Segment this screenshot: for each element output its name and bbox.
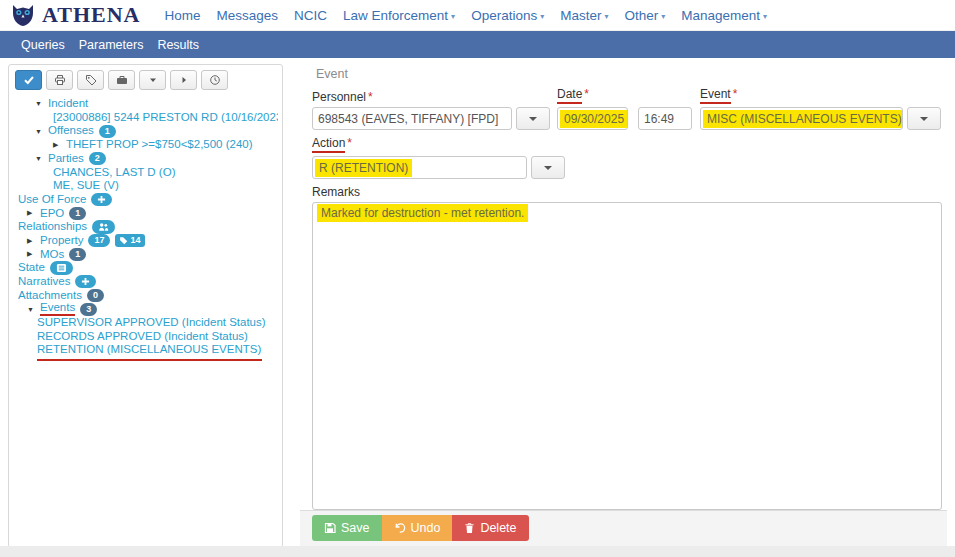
chevron-down-icon[interactable]: ▼ [35, 155, 48, 162]
personnel-input[interactable]: 698543 (EAVES, TIFFANY) [FPD] [312, 107, 512, 130]
tree-item-label: THEFT PROP >=$750<$2,500 (240) [66, 139, 253, 151]
nav-item-law-enforcement[interactable]: Law Enforcement▾ [335, 8, 463, 23]
tree-item-attachments[interactable]: Attachments0 [13, 289, 278, 303]
badge-users-icon [92, 220, 115, 234]
toolbar-button-briefcase-icon[interactable] [108, 70, 135, 90]
tree-item-property[interactable]: ▶Property1714 [13, 234, 278, 248]
tree-item-narratives[interactable]: Narratives [13, 275, 278, 289]
toolbar-button-caret-down-icon[interactable] [139, 70, 166, 90]
nav-item-other[interactable]: Other▾ [616, 8, 673, 23]
tree-item-label: State [18, 262, 45, 274]
event-value: MISC (MISCELLANEOUS EVENTS) [703, 110, 903, 128]
event-input[interactable]: MISC (MISCELLANEOUS EVENTS) [700, 107, 903, 130]
delete-button[interactable]: Delete [452, 515, 528, 541]
briefcase-icon [116, 74, 128, 86]
action-input[interactable]: R (RETENTION) [312, 156, 527, 179]
check-icon [23, 74, 35, 86]
tree-item-label: ME, SUE (V) [53, 180, 119, 192]
tree-item-supervisor-approved-incident-s[interactable]: SUPERVISOR APPROVED (Incident Status) [13, 316, 278, 330]
tree-item-chances-last-d-o-[interactable]: CHANCES, LAST D (O) [13, 165, 278, 179]
tree-item-label: Incident [48, 98, 88, 110]
toolbar-button-caret-right-icon[interactable] [170, 70, 197, 90]
tree-item-offenses[interactable]: ▼Offenses1 [13, 124, 278, 138]
required-asterisk: * [733, 87, 738, 101]
nav-item-management[interactable]: Management▾ [673, 8, 775, 23]
tree-item-events[interactable]: ▼Events3 [13, 302, 278, 316]
action-value: R (RETENTION) [315, 159, 412, 177]
toolbar-button-check-icon[interactable] [15, 70, 42, 90]
action-label: Action* [312, 136, 565, 153]
subnav-item-results[interactable]: Results [157, 38, 199, 52]
tree-item-label: Attachments [18, 290, 82, 302]
remarks-textarea[interactable]: Marked for destruction - met retention. [312, 202, 942, 510]
event-form: Event Personnel* 698543 (EAVES, TIFFANY)… [300, 64, 947, 546]
save-icon [324, 522, 336, 534]
toolbar-button-print-icon[interactable] [46, 70, 73, 90]
tree-item-theft-prop-750-2-500-240-[interactable]: ▶THEFT PROP >=$750<$2,500 (240) [13, 138, 278, 152]
secondary-navigation: QueriesParametersResults [0, 31, 955, 58]
chevron-right-icon[interactable]: ▶ [53, 141, 66, 149]
subnav-item-queries[interactable]: Queries [21, 38, 65, 52]
badge-list-icon [50, 261, 73, 275]
incident-tree: ▼Incident[23000886] 5244 PRESTON RD (10/… [9, 94, 282, 361]
nav-item-home[interactable]: Home [157, 8, 209, 23]
toolbar-button-history-icon[interactable] [201, 70, 228, 90]
tree-item-incident[interactable]: ▼Incident [13, 97, 278, 111]
delete-icon [464, 522, 475, 534]
nav-item-operations[interactable]: Operations▾ [463, 8, 552, 23]
required-asterisk: * [347, 136, 352, 150]
app-header: ATHENA HomeMessagesNCICLaw Enforcement▾O… [0, 0, 955, 31]
form-row-top: Personnel* 698543 (EAVES, TIFFANY) [FPD]… [312, 87, 947, 130]
tree-item-label: Use Of Force [18, 194, 86, 206]
tree-item-label: RECORDS APPROVED (Incident Status) [37, 331, 248, 343]
tree-item--23000886-5244-preston-rd-10-1[interactable]: [23000886] 5244 PRESTON RD (10/16/2023 1… [13, 111, 278, 125]
nav-item-messages[interactable]: Messages [209, 8, 287, 23]
tree-item-state[interactable]: State [13, 261, 278, 275]
count-badge: 3 [80, 303, 97, 316]
required-asterisk: * [368, 90, 373, 104]
badge-plus-icon [75, 275, 96, 288]
nav-item-master[interactable]: Master▾ [552, 8, 616, 23]
tree-item-records-approved-incident-stat[interactable]: RECORDS APPROVED (Incident Status) [13, 330, 278, 344]
tree-item-parties[interactable]: ▼Parties2 [13, 152, 278, 166]
caret-down-icon [529, 117, 537, 121]
top-navigation: HomeMessagesNCICLaw Enforcement▾Operatio… [157, 8, 776, 23]
count-badge: 17 [88, 234, 110, 247]
action-dropdown-button[interactable] [531, 156, 565, 179]
form-row-action: Action* R (RETENTION) [312, 136, 947, 179]
chevron-right-icon[interactable]: ▶ [27, 209, 40, 217]
save-button[interactable]: Save [312, 515, 382, 541]
chevron-down-icon: ▾ [540, 12, 544, 21]
tree-item-relationships[interactable]: Relationships [13, 220, 278, 234]
remarks-value: Marked for destruction - met retention. [317, 204, 528, 222]
date-value: 09/30/2025 [560, 110, 628, 128]
chevron-down-icon[interactable]: ▼ [27, 306, 40, 313]
personnel-dropdown-button[interactable] [516, 107, 550, 130]
annotation-red-underline [37, 359, 262, 361]
tag-white-icon [119, 236, 128, 245]
tree-item-me-sue-v-[interactable]: ME, SUE (V) [13, 179, 278, 193]
tree-item-mos[interactable]: ▶MOs1 [13, 248, 278, 262]
tree-item-label: Relationships [18, 221, 87, 233]
page-bottom-strip [0, 546, 955, 557]
nav-item-ncic[interactable]: NCIC [286, 8, 335, 23]
chevron-down-icon[interactable]: ▼ [35, 100, 48, 107]
subnav-item-parameters[interactable]: Parameters [79, 38, 144, 52]
toolbar-button-tag-icon[interactable] [77, 70, 104, 90]
date-label: Date* [557, 87, 628, 104]
time-input[interactable]: 16:49 [638, 107, 692, 130]
chevron-right-icon[interactable]: ▶ [27, 237, 40, 245]
tree-item-retention-miscellaneous-events[interactable]: RETENTION (MISCELLANEOUS EVENTS) [13, 343, 278, 357]
chevron-right-icon[interactable]: ▶ [27, 250, 40, 258]
tree-item-epo[interactable]: ▶EPO1 [13, 207, 278, 221]
athena-logo[interactable]: ATHENA [10, 3, 141, 27]
tree-item-label: Narratives [18, 276, 70, 288]
caret-right-icon [178, 74, 190, 86]
caret-down-icon [147, 74, 159, 86]
chevron-down-icon[interactable]: ▼ [35, 128, 48, 135]
undo-button[interactable]: Undo [382, 515, 453, 541]
tree-item-use-of-force[interactable]: Use Of Force [13, 193, 278, 207]
event-dropdown-button[interactable] [907, 107, 941, 130]
date-input[interactable]: 09/30/2025 [557, 107, 628, 130]
tree-item-label: EPO [40, 208, 64, 220]
